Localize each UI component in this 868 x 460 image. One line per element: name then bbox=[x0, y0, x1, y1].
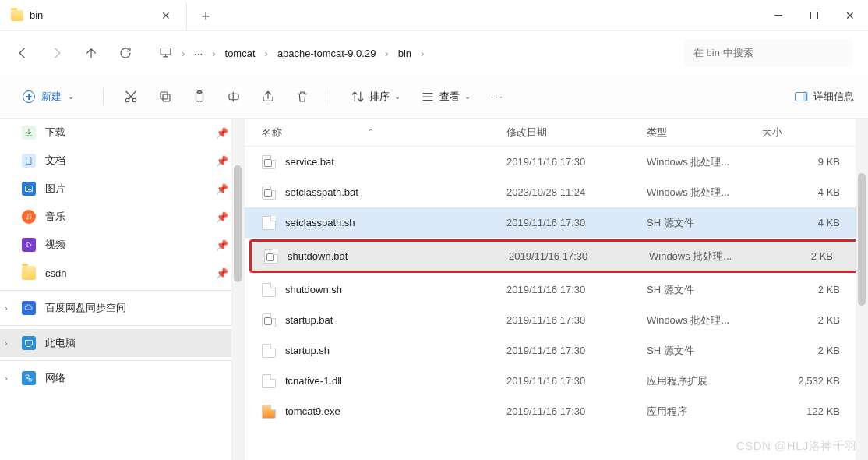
search-input[interactable]: 在 bin 中搜索 bbox=[684, 39, 852, 67]
details-pane-button[interactable]: 详细信息 bbox=[795, 90, 854, 104]
sidebar-item-this-pc[interactable]: › 此电脑 bbox=[0, 329, 244, 357]
sidebar-scrollbar[interactable] bbox=[231, 119, 244, 460]
minimize-button[interactable] bbox=[760, 0, 796, 30]
maximize-button[interactable] bbox=[796, 0, 832, 30]
divider bbox=[103, 88, 104, 105]
table-row[interactable]: startup.sh 2019/11/16 17:30 SH 源文件 2 KB bbox=[245, 335, 868, 366]
copy-button[interactable] bbox=[158, 90, 172, 104]
share-button[interactable] bbox=[261, 90, 275, 104]
file-icon bbox=[262, 344, 276, 358]
sidebar-item-pictures[interactable]: 图片 📌 bbox=[0, 175, 244, 203]
file-size: 2,532 KB bbox=[762, 375, 868, 387]
table-row[interactable]: tomcat9.exe 2019/11/16 17:30 应用程序 122 KB bbox=[245, 396, 868, 426]
file-size: 2 KB bbox=[764, 250, 861, 262]
file-type: Windows 批处理... bbox=[647, 186, 762, 200]
new-button[interactable]: 新建 ⌄ bbox=[14, 83, 83, 110]
breadcrumb-item-tomcat[interactable]: tomcat bbox=[225, 48, 256, 59]
sidebar-item-videos[interactable]: 视频 📌 bbox=[0, 231, 244, 259]
file-name: setclasspath.sh bbox=[285, 217, 355, 228]
file-date: 2019/11/16 17:30 bbox=[506, 156, 647, 168]
file-date: 2019/11/16 17:30 bbox=[506, 375, 647, 387]
more-button[interactable]: ··· bbox=[491, 90, 504, 102]
file-icon bbox=[262, 405, 276, 419]
file-scrollbar[interactable] bbox=[856, 119, 868, 460]
column-date[interactable]: 修改日期 bbox=[506, 126, 647, 140]
expand-caret-icon[interactable]: › bbox=[5, 303, 8, 313]
column-size[interactable]: 大小 bbox=[762, 126, 868, 140]
column-name[interactable]: 名称⌃ bbox=[262, 126, 506, 140]
view-button[interactable]: 查看 ⌄ bbox=[421, 90, 471, 104]
close-window-button[interactable]: ✕ bbox=[832, 0, 868, 30]
delete-button[interactable] bbox=[295, 90, 309, 104]
file-name: shutdown.bat bbox=[288, 250, 348, 262]
breadcrumb-item-bin[interactable]: bin bbox=[398, 48, 411, 59]
scrollbar-thumb[interactable] bbox=[858, 173, 866, 306]
file-size: 4 KB bbox=[762, 217, 868, 228]
expand-caret-icon[interactable]: › bbox=[5, 338, 8, 348]
sidebar-item-downloads[interactable]: 下载 📌 bbox=[0, 119, 244, 147]
sidebar-item-documents[interactable]: 文档 📌 bbox=[0, 147, 244, 175]
column-type[interactable]: 类型 bbox=[647, 126, 762, 140]
table-row[interactable]: setclasspath.sh 2019/11/16 17:30 SH 源文件 … bbox=[245, 207, 868, 238]
new-tab-button[interactable]: ＋ bbox=[187, 0, 224, 30]
divider bbox=[330, 88, 330, 105]
svg-rect-7 bbox=[229, 94, 238, 100]
sidebar-item-label: 下载 bbox=[45, 126, 206, 140]
window-tab[interactable]: bin ✕ bbox=[0, 0, 187, 30]
table-row-highlighted[interactable]: shutdown.bat 2019/11/16 17:30 Windows 批处… bbox=[249, 239, 863, 273]
main: 下载 📌 文档 📌 图片 📌 音乐 📌 视频 📌 csdn 📌 bbox=[0, 119, 868, 460]
scrollbar-thumb[interactable] bbox=[234, 165, 242, 282]
pin-icon: 📌 bbox=[216, 239, 228, 251]
file-name: startup.bat bbox=[285, 314, 333, 326]
file-type: Windows 批处理... bbox=[647, 155, 762, 169]
up-button[interactable] bbox=[84, 46, 98, 60]
search-placeholder: 在 bin 中搜索 bbox=[693, 46, 753, 60]
file-size: 2 KB bbox=[762, 314, 868, 326]
breadcrumb[interactable]: › ··· › tomcat › apache-tomcat-9.0.29 › … bbox=[150, 39, 667, 67]
sidebar-item-label: 图片 bbox=[45, 182, 206, 196]
file-name: service.bat bbox=[285, 156, 334, 168]
table-row[interactable]: shutdown.sh 2019/11/16 17:30 SH 源文件 2 KB bbox=[245, 274, 868, 305]
sidebar-item-label: 百度网盘同步空间 bbox=[45, 301, 228, 315]
pc-icon bbox=[22, 336, 36, 350]
folder-icon bbox=[11, 10, 23, 21]
sidebar-item-label: 网络 bbox=[45, 371, 228, 385]
file-name: tomcat9.exe bbox=[285, 405, 340, 417]
document-icon bbox=[22, 154, 36, 168]
expand-caret-icon[interactable]: › bbox=[5, 373, 8, 383]
breadcrumb-item-apache[interactable]: apache-tomcat-9.0.29 bbox=[277, 48, 376, 59]
refresh-button[interactable] bbox=[118, 46, 132, 60]
chevron-down-icon: ⌄ bbox=[464, 92, 471, 101]
sidebar-item-csdn[interactable]: csdn 📌 bbox=[0, 259, 244, 287]
file-type: Windows 批处理... bbox=[649, 249, 764, 264]
breadcrumb-more[interactable]: ··· bbox=[194, 48, 203, 59]
file-size: 9 KB bbox=[762, 156, 868, 168]
pin-icon: 📌 bbox=[216, 267, 228, 279]
table-row[interactable]: setclasspath.bat 2023/10/28 11:24 Window… bbox=[245, 177, 868, 207]
cut-button[interactable] bbox=[124, 90, 138, 104]
file-icon bbox=[264, 249, 278, 264]
sort-button[interactable]: 排序 ⌄ bbox=[351, 90, 400, 104]
rename-button[interactable] bbox=[227, 90, 241, 104]
file-date: 2019/11/16 17:30 bbox=[506, 284, 647, 295]
file-date: 2023/10/28 11:24 bbox=[506, 186, 647, 198]
table-row[interactable]: tcnative-1.dll 2019/11/16 17:30 应用程序扩展 2… bbox=[245, 366, 868, 396]
file-name: tcnative-1.dll bbox=[285, 375, 342, 387]
file-type: Windows 批处理... bbox=[647, 313, 762, 327]
pc-icon[interactable] bbox=[159, 45, 172, 61]
paste-button[interactable] bbox=[192, 90, 206, 104]
sidebar-item-network[interactable]: › 网络 bbox=[0, 364, 244, 392]
svg-rect-0 bbox=[161, 48, 171, 55]
view-label: 查看 bbox=[439, 90, 460, 104]
sidebar-item-baidu[interactable]: › 百度网盘同步空间 bbox=[0, 294, 244, 322]
forward-button[interactable] bbox=[50, 46, 64, 60]
back-button[interactable] bbox=[16, 46, 30, 60]
table-row[interactable]: service.bat 2019/11/16 17:30 Windows 批处理… bbox=[245, 147, 868, 177]
sidebar-item-label: csdn bbox=[45, 267, 206, 279]
file-icon bbox=[262, 283, 276, 297]
tab-title: bin bbox=[30, 9, 150, 21]
table-row[interactable]: startup.bat 2019/11/16 17:30 Windows 批处理… bbox=[245, 305, 868, 335]
sidebar-item-music[interactable]: 音乐 📌 bbox=[0, 203, 244, 231]
chevron-right-icon: › bbox=[265, 48, 268, 59]
close-tab-button[interactable]: ✕ bbox=[157, 6, 175, 25]
